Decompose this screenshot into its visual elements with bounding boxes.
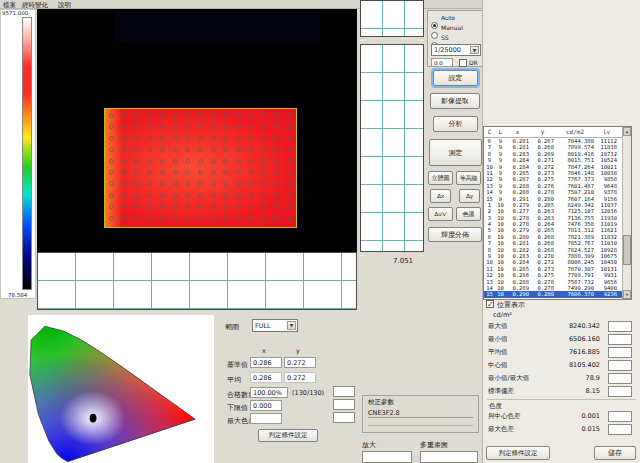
- stat-row-center: 中心值 8105.402: [486, 360, 636, 372]
- analysis-judge-condition-button[interactable]: 判定條件設定: [258, 429, 318, 442]
- analyze-button[interactable]: 分析: [433, 116, 478, 132]
- measure-point: [223, 216, 228, 221]
- profile-grid-bottom: [37, 252, 357, 310]
- radio-row-manual[interactable]: Manual: [431, 24, 438, 32]
- measure-grid: [105, 109, 296, 227]
- measure-point: [274, 159, 279, 164]
- reference-x-field[interactable]: 0.286: [250, 357, 282, 368]
- measure-point: [122, 181, 127, 186]
- multi-screen-section-box[interactable]: [420, 451, 478, 463]
- measure-point: [173, 193, 178, 198]
- measure-point: [160, 216, 165, 221]
- table-cell: 10: [495, 291, 506, 297]
- settings-button[interactable]: 設定: [433, 70, 478, 86]
- measure-point: [147, 170, 152, 175]
- radio-manual-label: Manual: [441, 24, 463, 31]
- chevron-down-icon[interactable]: ▼: [470, 46, 479, 54]
- capture-settings-group: Auto Manual SS 1/25000 ▼ 0.0 DR: [427, 10, 484, 67]
- calibration-empty-line: [368, 425, 473, 426]
- delta-x-button[interactable]: Δx: [430, 189, 451, 203]
- shutter-speed-dropdown[interactable]: 1/25000 ▼: [431, 44, 481, 56]
- scrollbar-thumb[interactable]: [623, 235, 631, 265]
- measure-point: [274, 181, 279, 186]
- scroll-up-icon[interactable]: ▲: [623, 127, 631, 136]
- image-capture-button[interactable]: 影像提取: [430, 93, 480, 109]
- measure-point: [122, 170, 127, 175]
- measure-point: [122, 193, 127, 198]
- table-row[interactable]: 15100.2900.2807606.3709236: [484, 291, 631, 297]
- measure-point: [274, 136, 279, 141]
- measure-point: [211, 159, 216, 164]
- measure-point: [198, 170, 203, 175]
- zoom-section-box[interactable]: [362, 451, 412, 463]
- radio-row-ss[interactable]: SS: [431, 34, 438, 42]
- delta-y-button[interactable]: Δy: [459, 189, 480, 203]
- calibration-title: 校正參數: [368, 398, 394, 407]
- measurement-table[interactable]: C L x y cd/m2 lv 690.2810.2677844.380111…: [483, 126, 632, 300]
- colorbar-max-label: 9571.000: [2, 10, 28, 16]
- measure-point: [109, 170, 114, 175]
- measure-point: [160, 181, 165, 186]
- stat-value: 0.001: [581, 412, 600, 420]
- luminance-dist-button[interactable]: 輝度分佈: [428, 227, 482, 242]
- measure-button[interactable]: 測定: [429, 139, 482, 166]
- col-header-x: x: [506, 127, 531, 137]
- nd-value-field[interactable]: 0.0: [431, 58, 453, 67]
- measure-point: [173, 113, 178, 118]
- cie-diagram[interactable]: [28, 315, 214, 463]
- measure-point: [236, 193, 241, 198]
- judge-condition-button[interactable]: 判定條件設定: [486, 446, 550, 460]
- measure-point: [261, 216, 266, 221]
- table-cell: 0.280: [531, 291, 556, 297]
- col-header-c: C: [484, 127, 495, 137]
- camera-image-area[interactable]: [37, 9, 357, 252]
- range-dropdown[interactable]: FULL ▼: [252, 319, 298, 332]
- color-temp-button[interactable]: 色溫: [456, 207, 481, 221]
- measure-point: [147, 216, 152, 221]
- measure-point: [134, 170, 139, 175]
- measure-point: [198, 136, 203, 141]
- divider: [487, 399, 636, 400]
- measure-point: [173, 124, 178, 129]
- measure-point: [173, 170, 178, 175]
- measure-point: [160, 136, 165, 141]
- measure-point: [109, 181, 114, 186]
- radio-row-auto[interactable]: Auto: [431, 14, 438, 22]
- lower-limit-field[interactable]: 0.000: [250, 400, 282, 411]
- average-y-value: 0.272: [287, 374, 306, 382]
- measure-point: [185, 204, 190, 209]
- measure-point: [134, 204, 139, 209]
- measure-point: [134, 193, 139, 198]
- col-header-lv: lv: [596, 127, 619, 137]
- measure-point: [274, 193, 279, 198]
- measure-point: [185, 159, 190, 164]
- colorbar-panel: 9571.000 78.584: [0, 9, 36, 299]
- chevron-down-icon[interactable]: ▼: [287, 321, 296, 330]
- max-colordiff-field[interactable]: [250, 413, 282, 424]
- analysis-col-x: x: [262, 347, 266, 355]
- table-cell: 7606.370: [556, 291, 596, 297]
- measure-point: [236, 181, 241, 186]
- measure-point: [198, 124, 203, 129]
- measure-point: [261, 181, 266, 186]
- delta-uv-button[interactable]: Δu'v': [428, 207, 453, 221]
- dr-checkbox[interactable]: [459, 59, 467, 67]
- stat-label: 標準偏差: [488, 387, 514, 396]
- contour-button[interactable]: 等高線: [456, 171, 481, 185]
- reference-y-field[interactable]: 0.272: [284, 357, 316, 368]
- table-scrollbar[interactable]: ▲ ▼: [622, 127, 631, 299]
- measure-point: [185, 124, 190, 129]
- measure-point: [274, 204, 279, 209]
- measure-point: [134, 136, 139, 141]
- stat-row-min: 最小值 6506.160: [486, 334, 636, 346]
- measure-point: [198, 147, 203, 152]
- position-display-checkbox[interactable]: ✓: [486, 300, 494, 308]
- scroll-down-icon[interactable]: ▼: [623, 290, 631, 299]
- reference-y-value: 0.272: [287, 359, 306, 367]
- average-label: 平均: [227, 375, 241, 385]
- luminance-unit-header: cd/m²: [493, 311, 512, 319]
- measure-point: [223, 204, 228, 209]
- measure-point: [236, 147, 241, 152]
- save-button[interactable]: 儲存: [594, 446, 636, 460]
- solid-view-button[interactable]: 立體圖: [428, 171, 453, 185]
